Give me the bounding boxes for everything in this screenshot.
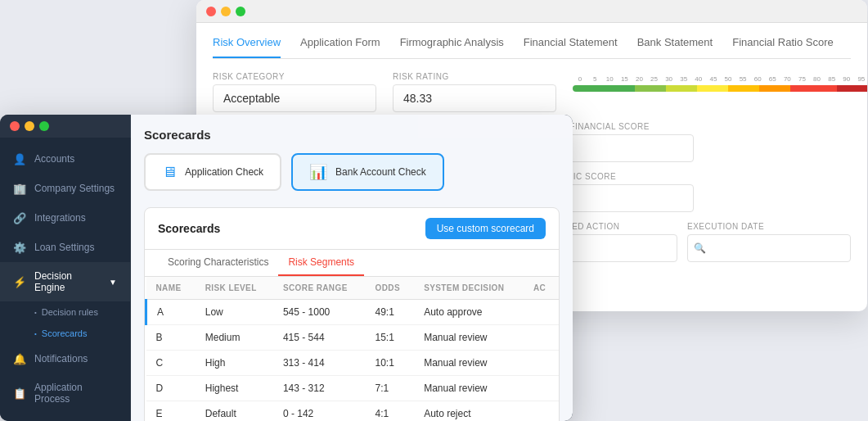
row-d-name: D (146, 376, 196, 401)
row-a-decision: Auto approve (414, 300, 524, 325)
sidebar-item-label-loan-settings: Loan Settings (34, 242, 94, 253)
tl-red[interactable] (206, 7, 216, 16)
sidebar-item-notifications[interactable]: 🔔 Notifications (0, 344, 130, 373)
tab-financial-ratio[interactable]: Financial Ratio Score (732, 36, 834, 58)
table-row[interactable]: B Medium 415 - 544 15:1 Manual review (146, 325, 560, 351)
row-b-ac (524, 325, 559, 351)
row-b-risk: Medium (196, 325, 273, 351)
tab-scoring-characteristics[interactable]: Scoring Characteristics (158, 250, 278, 276)
row-b-decision: Manual review (414, 325, 524, 351)
use-custom-scorecard-button[interactable]: Use custom scorecard (425, 218, 546, 239)
execution-date-field: 🔍 (687, 234, 851, 262)
execution-date-search-icon: 🔍 (694, 242, 706, 254)
scorecards-section: Scorecards Use custom scorecard Scoring … (144, 207, 560, 421)
rating-bar-container: 0510152025 303540455055 606570758085 909… (573, 75, 867, 92)
row-e-name: E (146, 401, 196, 422)
rating-bar (573, 85, 867, 92)
row-e-range: 0 - 142 (273, 401, 366, 422)
sidebar-item-accounts[interactable]: 👤 Accounts (0, 144, 130, 174)
back-tabs: Risk Overview Application Form Firmograp… (213, 36, 851, 59)
back-titlebar (196, 0, 867, 23)
sidebar-sub-decision-rules[interactable]: Decision rules (0, 301, 130, 323)
rating-bar-group: 0510152025 303540455055 606570758085 909… (573, 72, 867, 112)
row-a-range: 545 - 1000 (273, 300, 366, 325)
row-e-decision: Auto reject (414, 401, 524, 422)
sidebar-item-security[interactable]: 🔒 Security (0, 413, 130, 421)
bank-account-check-label: Bank Account Check (335, 166, 426, 178)
scorecard-options: 🖥 Application Check 📊 Bank Account Check (144, 153, 560, 191)
scorecard-option-bank-account-check[interactable]: 📊 Bank Account Check (291, 153, 444, 191)
row-b-range: 415 - 544 (273, 325, 366, 351)
decision-rules-label: Decision rules (42, 307, 98, 317)
sidebar-item-application-process[interactable]: 📋 Application Process (0, 373, 130, 413)
scorecard-option-application-check[interactable]: 🖥 Application Check (144, 153, 281, 191)
row-b-name: B (146, 325, 196, 351)
row-d-odds: 7:1 (366, 376, 415, 401)
tab-financial-statement[interactable]: Financial Statement (524, 36, 618, 58)
sidebar-item-company-settings[interactable]: 🏢 Company Settings (0, 174, 130, 203)
front-tl-yellow[interactable] (25, 121, 34, 131)
row-e-ac (524, 401, 559, 422)
sidebar-item-label-company-settings: Company Settings (34, 183, 115, 194)
loan-settings-icon: ⚙️ (13, 241, 26, 254)
execution-date-label: EXECUTION DATE (687, 222, 851, 231)
tab-risk-overview[interactable]: Risk Overview (213, 36, 281, 58)
tab-bank-statement[interactable]: Bank Statement (637, 36, 713, 58)
tab-risk-segments[interactable]: Risk Segments (278, 250, 364, 276)
sidebar-item-label-accounts: Accounts (34, 153, 74, 165)
accounts-icon: 👤 (13, 152, 26, 165)
front-window: 👤 Accounts 🏢 Company Settings 🔗 Integrat… (0, 115, 573, 421)
sidebar-item-loan-settings[interactable]: ⚙️ Loan Settings (0, 233, 130, 262)
risk-rating-group: RISK RATING 48.33 (393, 72, 556, 112)
application-check-icon: 🖥 (162, 164, 177, 181)
row-a-odds: 49:1 (366, 300, 415, 325)
sidebar-item-label-application-process: Application Process (34, 382, 117, 405)
table-row[interactable]: E Default 0 - 142 4:1 Auto reject (146, 401, 560, 422)
decision-engine-icon: ⚡ (13, 275, 26, 288)
table-row[interactable]: D Highest 143 - 312 7:1 Manual review (146, 376, 560, 401)
row-d-risk: Highest (196, 376, 273, 401)
row-e-odds: 4:1 (366, 401, 415, 422)
back-fields-row: RISK CATEGORY Acceptable RISK RATING 48.… (213, 72, 851, 112)
execution-date-input[interactable] (687, 234, 851, 262)
sidebar-item-integrations[interactable]: 🔗 Integrations (0, 203, 130, 233)
row-b-odds: 15:1 (366, 325, 415, 351)
rating-bar-numbers: 0510152025 303540455055 606570758085 909… (573, 75, 867, 83)
row-c-risk: High (196, 351, 273, 376)
sidebar-item-label-decision-engine: Decision Engine (34, 270, 101, 293)
th-ac: AC (524, 277, 559, 300)
sidebar-item-decision-engine[interactable]: ⚡ Decision Engine ▼ (0, 262, 130, 301)
row-d-decision: Manual review (414, 376, 524, 401)
row-e-risk: Default (196, 401, 273, 422)
sidebar-sub-scorecards[interactable]: Scorecards (0, 323, 130, 344)
table-row[interactable]: A Low 545 - 1000 49:1 Auto approve (146, 300, 560, 325)
row-c-range: 313 - 414 (273, 351, 366, 376)
risk-category-value: Acceptable (213, 84, 376, 112)
row-c-decision: Manual review (414, 351, 524, 376)
row-d-ac (524, 376, 559, 401)
application-check-label: Application Check (185, 166, 263, 178)
front-tl-red[interactable] (10, 121, 20, 131)
application-process-icon: 📋 (13, 387, 26, 400)
front-tl-green[interactable] (39, 121, 49, 131)
table-header-row: NAME RISK LEVEL SCORE RANGE ODDS SYSTEM … (146, 277, 560, 300)
tab-firmographic[interactable]: Firmographic Analysis (400, 36, 504, 58)
sc-tabs: Scoring Characteristics Risk Segments (145, 250, 559, 277)
decision-engine-arrow: ▼ (109, 278, 117, 287)
sidebar-item-label-notifications: Notifications (34, 353, 88, 364)
integrations-icon: 🔗 (13, 211, 26, 224)
row-c-ac (524, 351, 559, 376)
sidebar-item-label-integrations: Integrations (34, 212, 86, 224)
scorecards-label: Scorecards (42, 328, 88, 338)
notifications-icon: 🔔 (13, 352, 26, 365)
tab-application-form[interactable]: Application Form (300, 36, 380, 58)
tl-green[interactable] (236, 7, 245, 16)
risk-rating-label: RISK RATING (393, 72, 556, 81)
th-score-range: SCORE RANGE (273, 277, 366, 300)
table-row[interactable]: C High 313 - 414 10:1 Manual review (146, 351, 560, 376)
row-d-range: 143 - 312 (273, 376, 366, 401)
tl-yellow[interactable] (221, 7, 231, 16)
execution-date-group: EXECUTION DATE 🔍 (687, 222, 851, 262)
row-a-ac (524, 300, 559, 325)
th-risk-level: RISK LEVEL (196, 277, 273, 300)
